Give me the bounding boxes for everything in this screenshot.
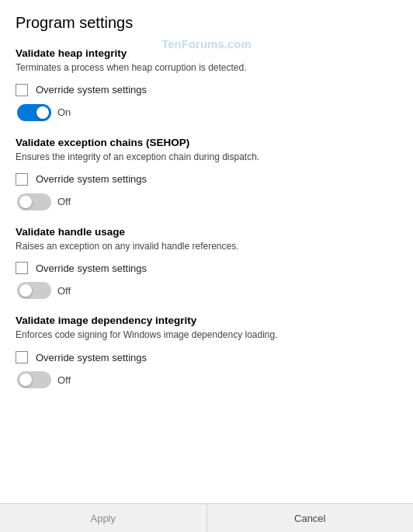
override-row-validate-image: Override system settings xyxy=(16,351,397,363)
section-desc-validate-image: Enforces code signing for Windows image … xyxy=(16,329,397,342)
override-checkbox-validate-exception[interactable] xyxy=(16,173,28,186)
override-checkbox-validate-handle[interactable] xyxy=(16,262,28,274)
override-label-validate-exception: Override system settings xyxy=(36,173,147,185)
toggle-validate-heap[interactable] xyxy=(17,104,51,121)
toggle-row-validate-image: Off xyxy=(17,371,397,388)
toggle-validate-handle[interactable] xyxy=(17,282,51,299)
section-title-validate-heap: Validate heap integrity xyxy=(16,47,397,59)
toggle-validate-image[interactable] xyxy=(17,371,51,388)
cancel-button[interactable]: Cancel xyxy=(207,504,414,532)
override-checkbox-validate-heap[interactable] xyxy=(16,84,28,96)
toggle-row-validate-handle: Off xyxy=(17,282,397,299)
override-row-validate-exception: Override system settings xyxy=(16,173,397,186)
content-area: Validate heap integrityTerminates a proc… xyxy=(0,40,413,503)
toggle-track-validate-handle xyxy=(17,282,51,299)
footer: Apply Cancel xyxy=(0,503,413,532)
toggle-label-validate-exception: Off xyxy=(57,196,71,207)
toggle-label-validate-heap: On xyxy=(57,106,71,118)
section-desc-validate-handle: Raises an exception on any invalid handl… xyxy=(16,240,397,253)
toggle-row-validate-exception: Off xyxy=(17,193,397,210)
section-title-validate-exception: Validate exception chains (SEHOP) xyxy=(16,137,397,148)
section-validate-image: Validate image dependency integrityEnfor… xyxy=(16,315,397,388)
override-label-validate-heap: Override system settings xyxy=(36,84,147,96)
apply-button[interactable]: Apply xyxy=(0,504,206,532)
section-validate-heap: Validate heap integrityTerminates a proc… xyxy=(16,47,397,121)
toggle-label-validate-image: Off xyxy=(57,374,71,386)
override-checkbox-validate-image[interactable] xyxy=(16,351,28,363)
toggle-track-validate-exception xyxy=(17,193,51,210)
section-validate-exception: Validate exception chains (SEHOP)Ensures… xyxy=(16,137,397,210)
override-label-validate-image: Override system settings xyxy=(36,352,147,363)
title-bar: Program settings xyxy=(0,0,413,40)
section-desc-validate-exception: Ensures the integrity of an exception ch… xyxy=(16,151,397,164)
section-desc-validate-heap: Terminates a process when heap corruptio… xyxy=(16,61,397,75)
toggle-thumb-validate-exception xyxy=(19,196,32,208)
section-validate-handle: Validate handle usageRaises an exception… xyxy=(16,226,397,300)
toggle-row-validate-heap: On xyxy=(17,104,397,121)
toggle-thumb-validate-handle xyxy=(19,284,32,297)
toggle-thumb-validate-image xyxy=(19,374,32,386)
toggle-thumb-validate-heap xyxy=(36,106,49,119)
override-row-validate-heap: Override system settings xyxy=(16,84,397,96)
toggle-track-validate-heap xyxy=(17,104,51,121)
window-title: Program settings xyxy=(16,14,397,32)
toggle-track-validate-image xyxy=(17,371,51,388)
program-settings-window: Program settings TenForums.com Validate … xyxy=(0,0,413,532)
toggle-validate-exception[interactable] xyxy=(17,193,51,210)
override-row-validate-handle: Override system settings xyxy=(16,262,397,274)
toggle-label-validate-handle: Off xyxy=(57,285,71,297)
section-title-validate-handle: Validate handle usage xyxy=(16,226,397,238)
override-label-validate-handle: Override system settings xyxy=(36,263,147,274)
section-title-validate-image: Validate image dependency integrity xyxy=(16,315,397,326)
